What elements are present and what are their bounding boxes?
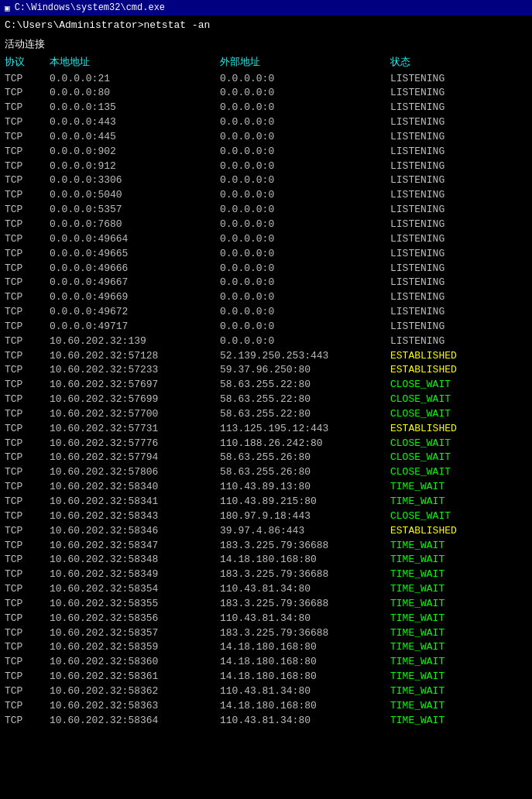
cell-remote: 59.37.96.250:80 (220, 363, 390, 378)
cell-proto: TCP (5, 714, 50, 729)
table-row: TCP 10.60.202.32:58362 110.43.81.34:80 T… (5, 684, 527, 699)
cell-proto: TCP (5, 568, 50, 582)
cell-proto: TCP (5, 247, 50, 262)
cell-local: 10.60.202.32:58340 (50, 480, 220, 495)
table-row: TCP 10.60.202.32:58356 110.43.81.34:80 T… (5, 612, 527, 626)
table-row: TCP 0.0.0.0:5040 0.0.0.0:0 LISTENING (5, 188, 527, 203)
table-row: TCP 10.60.202.32:57794 58.63.255.26:80 C… (5, 451, 527, 465)
table-row: TCP 10.60.202.32:58359 14.18.180.168:80 … (5, 640, 527, 655)
cell-local: 10.60.202.32:57699 (50, 393, 220, 407)
cell-local: 10.60.202.32:58364 (50, 714, 220, 729)
cell-local: 0.0.0.0:80 (50, 86, 220, 101)
cell-state: CLOSE_WAIT (390, 378, 451, 393)
cell-local: 10.60.202.32:58356 (50, 612, 220, 626)
cell-state: LISTENING (390, 305, 444, 320)
cell-proto: TCP (5, 173, 50, 188)
header-proto: 协议 (5, 56, 50, 70)
table-row: TCP 0.0.0.0:7680 0.0.0.0:0 LISTENING (5, 218, 527, 232)
cell-proto: TCP (5, 539, 50, 554)
table-row: TCP 0.0.0.0:49664 0.0.0.0:0 LISTENING (5, 232, 527, 247)
cell-local: 0.0.0.0:49665 (50, 247, 220, 262)
cell-remote: 58.63.255.22:80 (220, 393, 390, 407)
cell-proto: TCP (5, 262, 50, 276)
table-row: TCP 10.60.202.32:57128 52.139.250.253:44… (5, 349, 527, 364)
cell-state: ESTABLISHED (390, 422, 457, 437)
table-row: TCP 0.0.0.0:49666 0.0.0.0:0 LISTENING (5, 262, 527, 276)
prompt-line: C:\Users\Administrator>netstat -an (5, 19, 527, 33)
active-connections-label: 活动连接 (5, 38, 527, 53)
cell-remote: 110.43.81.34:80 (220, 684, 390, 699)
cell-remote: 180.97.9.18:443 (220, 509, 390, 524)
table-row: TCP 10.60.202.32:58346 39.97.4.86:443 ES… (5, 524, 527, 539)
cell-state: LISTENING (390, 218, 444, 232)
cell-remote: 0.0.0.0:0 (220, 262, 390, 276)
cell-local: 0.0.0.0:49666 (50, 262, 220, 276)
cell-proto: TCP (5, 218, 50, 232)
header-local: 本地地址 (50, 56, 220, 70)
cell-state: ESTABLISHED (390, 349, 457, 364)
cell-proto: TCP (5, 393, 50, 407)
table-row: TCP 0.0.0.0:912 0.0.0.0:0 LISTENING (5, 159, 527, 174)
cell-state: CLOSE_WAIT (390, 437, 451, 451)
cell-local: 0.0.0.0:445 (50, 130, 220, 145)
cell-proto: TCP (5, 130, 50, 145)
cell-local: 0.0.0.0:5040 (50, 188, 220, 203)
table-row: TCP 10.60.202.32:57233 59.37.96.250:80 E… (5, 363, 527, 378)
cell-state: CLOSE_WAIT (390, 393, 451, 407)
table-row: TCP 10.60.202.32:58340 110.43.89.13:80 T… (5, 480, 527, 495)
cell-remote: 58.63.255.26:80 (220, 465, 390, 480)
cell-remote: 0.0.0.0:0 (220, 145, 390, 159)
cell-state: ESTABLISHED (390, 363, 457, 378)
cell-local: 0.0.0.0:135 (50, 101, 220, 115)
cell-local: 10.60.202.32:58343 (50, 509, 220, 524)
cell-proto: TCP (5, 553, 50, 568)
cell-proto: TCP (5, 363, 50, 378)
cell-state: CLOSE_WAIT (390, 451, 451, 465)
cell-local: 0.0.0.0:443 (50, 115, 220, 130)
cell-local: 10.60.202.32:57233 (50, 363, 220, 378)
cell-state: TIME_WAIT (390, 626, 444, 641)
cell-state: CLOSE_WAIT (390, 407, 451, 422)
cell-proto: TCP (5, 597, 50, 612)
table-row: TCP 10.60.202.32:58357 183.3.225.79:3668… (5, 626, 527, 641)
cell-proto: TCP (5, 684, 50, 699)
cell-state: LISTENING (390, 203, 444, 218)
cell-remote: 0.0.0.0:0 (220, 101, 390, 115)
cell-state: LISTENING (390, 130, 444, 145)
table-row: TCP 10.60.202.32:57700 58.63.255.22:80 C… (5, 407, 527, 422)
cell-remote: 0.0.0.0:0 (220, 159, 390, 174)
cell-proto: TCP (5, 86, 50, 101)
cell-proto: TCP (5, 495, 50, 509)
cell-local: 10.60.202.32:57806 (50, 465, 220, 480)
table-row: TCP 10.60.202.32:57806 58.63.255.26:80 C… (5, 465, 527, 480)
cell-proto: TCP (5, 334, 50, 349)
cell-proto: TCP (5, 640, 50, 655)
cell-state: LISTENING (390, 276, 444, 290)
cell-proto: TCP (5, 465, 50, 480)
cell-remote: 110.43.89.13:80 (220, 480, 390, 495)
cell-state: LISTENING (390, 86, 444, 101)
table-row: TCP 10.60.202.32:57731 113.125.195.12:44… (5, 422, 527, 437)
cell-local: 0.0.0.0:5357 (50, 203, 220, 218)
cell-remote: 0.0.0.0:0 (220, 305, 390, 320)
cell-remote: 110.43.89.215:80 (220, 495, 390, 509)
cell-proto: TCP (5, 582, 50, 597)
cell-local: 0.0.0.0:912 (50, 159, 220, 174)
header-row: 协议 本地地址 外部地址 状态 (5, 56, 527, 70)
cell-remote: 14.18.180.168:80 (220, 699, 390, 714)
table-row: TCP 10.60.202.32:57776 110.188.26.242:80… (5, 437, 527, 451)
cell-remote: 58.63.255.26:80 (220, 451, 390, 465)
table-row: TCP 0.0.0.0:49672 0.0.0.0:0 LISTENING (5, 305, 527, 320)
cell-proto: TCP (5, 203, 50, 218)
cell-state: LISTENING (390, 72, 444, 87)
rows-container: TCP 0.0.0.0:21 0.0.0.0:0 LISTENING TCP 0… (5, 72, 527, 729)
cell-local: 0.0.0.0:49669 (50, 290, 220, 305)
cell-local: 10.60.202.32:58341 (50, 495, 220, 509)
cell-local: 0.0.0.0:49672 (50, 305, 220, 320)
cell-remote: 0.0.0.0:0 (220, 86, 390, 101)
cell-state: LISTENING (390, 115, 444, 130)
cell-remote: 110.43.81.34:80 (220, 582, 390, 597)
table-row: TCP 0.0.0.0:5357 0.0.0.0:0 LISTENING (5, 203, 527, 218)
table-row: TCP 10.60.202.32:58364 110.43.81.34:80 T… (5, 714, 527, 729)
cell-state: TIME_WAIT (390, 597, 444, 612)
